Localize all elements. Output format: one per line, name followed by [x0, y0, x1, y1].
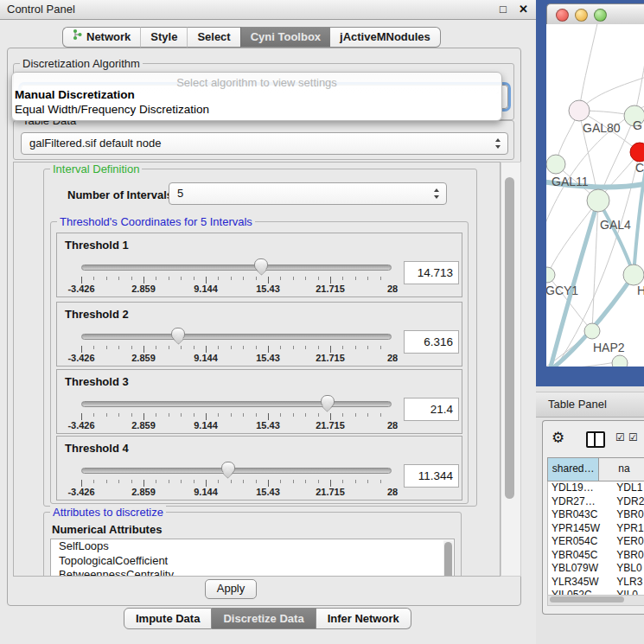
table-cell[interactable]: YBR043C — [548, 508, 616, 522]
column-header-shared-name[interactable]: shared… — [548, 458, 599, 481]
list-scrollbar[interactable] — [443, 540, 453, 577]
table-cell[interactable]: YER054C — [548, 535, 616, 549]
table-data-combobox[interactable]: galFiltered.sif default node — [21, 132, 508, 155]
node-label: G — [633, 118, 642, 132]
scrollbar-thumb[interactable] — [505, 177, 514, 499]
table-row[interactable]: YDR27…YDR2 — [548, 495, 644, 509]
threshold-value-field[interactable]: 21.4 — [404, 398, 459, 421]
slider-thumb[interactable] — [221, 462, 235, 475]
table-cell[interactable]: YDR27… — [548, 495, 616, 509]
table-row[interactable]: YDL19…YDL1 — [548, 481, 644, 495]
slider-track[interactable] — [81, 468, 392, 474]
slider-thumb[interactable] — [171, 328, 185, 341]
slider-track[interactable] — [81, 334, 392, 340]
threshold-value-field[interactable]: 14.713 — [404, 261, 459, 284]
minimize-traffic-light-icon[interactable] — [575, 9, 588, 22]
dropdown-option-equal-width-frequency[interactable]: Equal Width/Frequency Discretization — [15, 103, 209, 116]
tab-network[interactable]: Network — [62, 27, 140, 48]
table-cell[interactable]: YBR0 — [616, 549, 644, 563]
threshold-slider[interactable] — [81, 464, 392, 476]
slider-thumb[interactable] — [254, 258, 268, 271]
table-cell[interactable]: YDR2 — [616, 495, 644, 509]
number-of-intervals-combobox[interactable]: 5 — [169, 182, 447, 205]
tab-cyni-toolbox[interactable]: Cyni Toolbox — [240, 27, 330, 48]
checkbox-icon[interactable]: ☑ — [628, 431, 638, 443]
threshold-3-panel: Threshold 3 -3.4262.8599.14415.4321.7152… — [56, 369, 462, 434]
table-cell[interactable]: YIL0 — [616, 589, 644, 595]
zoom-traffic-light-icon[interactable] — [594, 9, 607, 22]
node-label: HAP2 — [593, 341, 625, 354]
threshold-slider[interactable] — [81, 398, 392, 410]
threshold-slider[interactable] — [81, 261, 392, 273]
table-cell[interactable]: YBR0 — [616, 508, 644, 522]
table-row[interactable]: YER054CYER0 — [548, 535, 644, 549]
tick-label: 2.859 — [131, 487, 156, 497]
scrollbar-thumb[interactable] — [550, 596, 624, 603]
table-cell[interactable]: YBL0 — [616, 562, 644, 576]
numerical-attributes-label: Numerical Attributes — [52, 523, 162, 536]
list-item[interactable]: BetweennessCentrality — [51, 568, 454, 577]
table-horizontal-scrollbar[interactable] — [547, 595, 644, 606]
slider-track[interactable] — [81, 401, 392, 407]
gear-icon[interactable]: ⚙ — [552, 429, 564, 447]
tab-style[interactable]: Style — [140, 27, 187, 48]
tab-infer-network[interactable]: Infer Network — [316, 608, 411, 629]
table-cell[interactable]: YBL079W — [548, 562, 616, 576]
table-cell[interactable]: YPR1 — [616, 522, 644, 536]
table-cell[interactable]: YBR045C — [548, 549, 616, 563]
table-row[interactable]: YIL052CYIL0 — [548, 589, 644, 595]
threshold-value-field[interactable]: 11.344 — [404, 464, 459, 488]
tick-label: -3.426 — [67, 353, 94, 363]
tab-jactivemnodules[interactable]: jActiveMNodules — [330, 27, 441, 48]
threshold-value-field[interactable]: 6.316 — [404, 330, 459, 354]
tick-label: 15.43 — [256, 353, 280, 363]
node-gal80 — [569, 100, 590, 121]
table-cell[interactable]: YDL1 — [616, 481, 644, 495]
attributes-group: Attributes to discretize Numerical Attri… — [43, 512, 462, 577]
tick-label: 15.43 — [256, 284, 280, 294]
tab-label: jActiveMNodules — [340, 28, 430, 47]
slider-thumb[interactable] — [321, 395, 335, 408]
list-item[interactable]: TopologicalCoefficient — [51, 554, 454, 569]
table-cell[interactable]: YLR3 — [616, 576, 644, 590]
number-of-intervals-label: Number of Intervals — [67, 188, 173, 201]
network-canvas[interactable]: GAL80 G C GAL11 GAL4 GCY1 H HAP2 — [546, 24, 644, 367]
table-row[interactable]: YBL079WYBL0 — [548, 562, 644, 576]
node-label: GAL80 — [583, 121, 621, 135]
close-window-icon[interactable]: ✕ — [519, 3, 528, 16]
tick-label: 9.144 — [194, 487, 218, 497]
table-row[interactable]: YPR145WYPR1 — [548, 522, 644, 536]
columns-icon[interactable] — [586, 431, 605, 448]
float-window-icon[interactable]: □ — [500, 3, 507, 16]
table-data-selected-value: galFiltered.sif default node — [29, 137, 161, 150]
table-row[interactable]: YBR045CYBR0 — [548, 549, 644, 563]
numerical-attributes-list[interactable]: SelfLoopsTopologicalCoefficientBetweenne… — [50, 539, 455, 577]
table-body: YDL19…YDL1YDR27…YDR2YBR043CYBR0YPR145WYP… — [547, 481, 644, 595]
table-row[interactable]: YBR043CYBR0 — [548, 508, 644, 522]
table-cell[interactable]: YER0 — [616, 535, 644, 549]
table-panel-titlebar: Table Panel — [536, 392, 644, 418]
close-traffic-light-icon[interactable] — [556, 9, 569, 22]
list-item[interactable]: SelfLoops — [51, 539, 454, 554]
slider-ticks — [81, 480, 392, 487]
tick-label: 28 — [387, 420, 398, 430]
table-cell[interactable]: YLR345W — [548, 576, 616, 590]
table-cell[interactable]: YIL052C — [548, 589, 616, 595]
slider-track[interactable] — [81, 265, 392, 271]
slider-ticks — [81, 277, 392, 284]
column-header-name[interactable]: na — [599, 458, 644, 481]
group-title: Discretization Algorithm — [20, 57, 143, 70]
tab-impute-data[interactable]: Impute Data — [124, 608, 212, 629]
tab-select[interactable]: Select — [187, 27, 239, 48]
table-cell[interactable]: YPR145W — [548, 522, 616, 536]
group-title: Interval Definition — [50, 163, 142, 175]
group-title: Attributes to discretize — [50, 506, 166, 519]
threshold-slider[interactable] — [81, 330, 392, 342]
table-cell[interactable]: YDL19… — [548, 481, 616, 495]
checkbox-icon[interactable]: ☑ — [615, 431, 625, 443]
apply-button[interactable]: Apply — [205, 579, 257, 599]
table-row[interactable]: YLR345WYLR3 — [548, 576, 644, 590]
tab-discretize-data[interactable]: Discretize Data — [212, 608, 316, 629]
settings-vertical-scrollbar[interactable] — [501, 162, 521, 577]
dropdown-option-manual-discretization[interactable]: Manual Discretization — [15, 88, 135, 101]
